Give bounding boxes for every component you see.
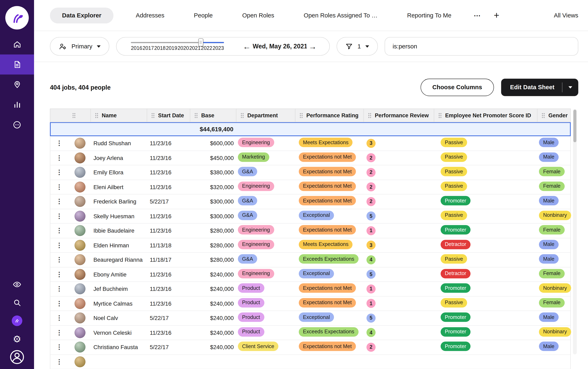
column-header-blank[interactable] — [68, 109, 91, 122]
nav-home[interactable] — [0, 34, 34, 55]
column-header-name[interactable]: Name — [91, 109, 147, 122]
row-menu-icon[interactable]: ⋮ — [50, 198, 68, 205]
row-menu-icon[interactable]: ⋮ — [50, 286, 68, 292]
row-menu-icon[interactable]: ⋮ — [50, 140, 68, 146]
table-row[interactable]: ⋮Beauregard Rianna11/18/17$280,000G&AExc… — [50, 253, 570, 267]
avatar[interactable] — [74, 298, 85, 309]
avatar[interactable] — [74, 313, 85, 323]
drag-handle-icon[interactable] — [438, 113, 442, 118]
table-row[interactable]: ⋮Christiano Fausta5/22/17$240,000Client … — [50, 340, 570, 355]
edit-data-sheet-button[interactable]: Edit Data Sheet — [501, 79, 578, 96]
primary-filter-button[interactable]: Primary — [50, 37, 109, 56]
add-view-button[interactable]: + — [494, 11, 499, 20]
user-avatar[interactable] — [12, 314, 22, 328]
search-input[interactable] — [392, 42, 571, 50]
table-row[interactable]: ⋮Rudd Shushan11/23/16$600,000Engineering… — [50, 136, 570, 151]
summary-row[interactable]: $44,619,400 — [50, 122, 571, 136]
table-row[interactable]: ⋮Vernon Celeski11/23/16$240,000ProductEx… — [50, 326, 570, 340]
row-menu-icon[interactable]: ⋮ — [50, 329, 68, 336]
tab-addresses[interactable]: Addresses — [129, 7, 172, 23]
column-header-base[interactable]: Base — [190, 109, 236, 122]
column-header-start-date[interactable]: Start Date — [147, 109, 190, 122]
nav-visibility[interactable] — [12, 278, 21, 291]
avatar[interactable] — [74, 182, 85, 192]
table-row[interactable]: ⋮ — [50, 355, 570, 369]
prev-day-button[interactable]: ← — [243, 42, 251, 51]
column-header-gender[interactable]: Gender — [537, 109, 571, 122]
row-menu-icon[interactable]: ⋮ — [50, 213, 68, 219]
row-menu-icon[interactable]: ⋮ — [50, 271, 68, 277]
column-header-performance-rating[interactable]: Performance Rating — [295, 109, 364, 122]
year-slider[interactable]: 20162017201820192020202120222023 — [131, 42, 224, 51]
avatar[interactable] — [74, 138, 85, 149]
row-menu-icon[interactable]: ⋮ — [50, 344, 68, 350]
nav-charts[interactable] — [0, 94, 34, 115]
avatar[interactable] — [74, 327, 85, 338]
table-row[interactable]: ⋮Ibbie Baudelaire11/23/16$280,000Enginee… — [50, 224, 570, 238]
avatar[interactable] — [74, 225, 85, 236]
avatar[interactable] — [74, 342, 85, 353]
more-views-button[interactable]: ⋯ — [474, 11, 481, 20]
slider-track[interactable] — [131, 42, 224, 43]
filter-count-button[interactable]: 1 — [336, 37, 378, 56]
tab-data-explorer[interactable]: Data Explorer — [50, 7, 113, 23]
table-scrollbar[interactable] — [573, 109, 577, 354]
app-logo[interactable] — [5, 6, 29, 30]
choose-columns-button[interactable]: Choose Columns — [421, 79, 494, 96]
all-views-button[interactable]: All Views — [554, 12, 578, 19]
avatar[interactable] — [74, 269, 85, 280]
avatar[interactable] — [74, 356, 85, 367]
edit-data-sheet-caret[interactable] — [562, 79, 578, 96]
drag-handle-icon[interactable] — [151, 113, 155, 118]
nav-settings[interactable]: ⚙ — [13, 332, 21, 346]
row-menu-icon[interactable]: ⋮ — [50, 256, 68, 263]
avatar[interactable] — [74, 254, 85, 265]
row-menu-icon[interactable]: ⋮ — [50, 155, 68, 161]
table-row[interactable]: ⋮Ebony Amitie11/23/16$240,000Engineering… — [50, 267, 570, 282]
drag-handle-icon[interactable] — [95, 113, 98, 118]
nav-account[interactable] — [9, 350, 25, 364]
table-row[interactable]: ⋮Myrtice Calmas11/23/16$240,000ProductEx… — [50, 296, 570, 311]
column-header-department[interactable]: Department — [236, 109, 295, 122]
table-row[interactable]: ⋮Elden Hinman11/13/18$280,000Engineering… — [50, 238, 570, 253]
table-row[interactable]: ⋮Jef Buchheim11/23/16$240,000ProductExpe… — [50, 282, 570, 296]
tab-people[interactable]: People — [187, 7, 220, 23]
row-menu-icon[interactable]: ⋮ — [50, 359, 68, 365]
avatar[interactable] — [74, 167, 85, 178]
avatar[interactable] — [74, 240, 85, 251]
table-row[interactable]: ⋮Joey Arlena11/23/16$450,000MarketingExp… — [50, 151, 570, 165]
table-row[interactable]: ⋮Eleni Ailbert11/23/16$320,000Engineerin… — [50, 180, 570, 195]
column-header-blank[interactable] — [50, 109, 68, 122]
table-row[interactable]: ⋮Skelly Huesman11/23/16$300,000G&AExcept… — [50, 209, 570, 224]
next-day-button[interactable]: → — [309, 42, 317, 51]
scrollbar-thumb[interactable] — [573, 110, 577, 142]
nav-search[interactable] — [13, 296, 21, 309]
nav-data-sheet[interactable] — [0, 55, 34, 75]
drag-handle-icon[interactable] — [72, 113, 76, 118]
avatar[interactable] — [74, 196, 85, 207]
column-header-performance-review[interactable]: Performance Review — [364, 109, 434, 122]
table-row[interactable]: ⋮Frederick Barling5/22/17$300,000G&AExpe… — [50, 195, 570, 209]
row-menu-icon[interactable]: ⋮ — [50, 184, 68, 190]
avatar[interactable] — [74, 284, 85, 294]
table-row[interactable]: ⋮Emily Ellora11/23/16$380,000G&AExpectat… — [50, 165, 570, 180]
row-menu-icon[interactable]: ⋮ — [50, 242, 68, 248]
tab-reporting-to-me[interactable]: Reporting To Me — [400, 7, 459, 23]
drag-handle-icon[interactable] — [542, 113, 545, 118]
current-date[interactable]: Wed, May 26, 2021 — [253, 43, 307, 50]
table-row[interactable]: ⋮Noel Calv5/22/17$240,000ProductExceptio… — [50, 311, 570, 326]
slider-handle[interactable] — [198, 38, 203, 46]
column-header-employee-net-promoter-score-id[interactable]: Employee Net Promoter Score ID — [434, 109, 537, 122]
row-menu-icon[interactable]: ⋮ — [50, 169, 68, 175]
row-menu-icon[interactable]: ⋮ — [50, 227, 68, 234]
drag-handle-icon[interactable] — [368, 113, 371, 118]
nav-locations[interactable] — [0, 74, 34, 94]
drag-handle-icon[interactable] — [300, 113, 303, 118]
row-menu-icon[interactable]: ⋮ — [50, 315, 68, 321]
avatar[interactable] — [74, 211, 85, 222]
drag-handle-icon[interactable] — [241, 113, 244, 118]
tab-open-roles[interactable]: Open Roles — [235, 7, 281, 23]
tab-open-roles-assigned-to[interactable]: Open Roles Assigned To … — [297, 7, 385, 23]
nav-more[interactable] — [0, 115, 34, 135]
avatar[interactable] — [74, 152, 85, 163]
